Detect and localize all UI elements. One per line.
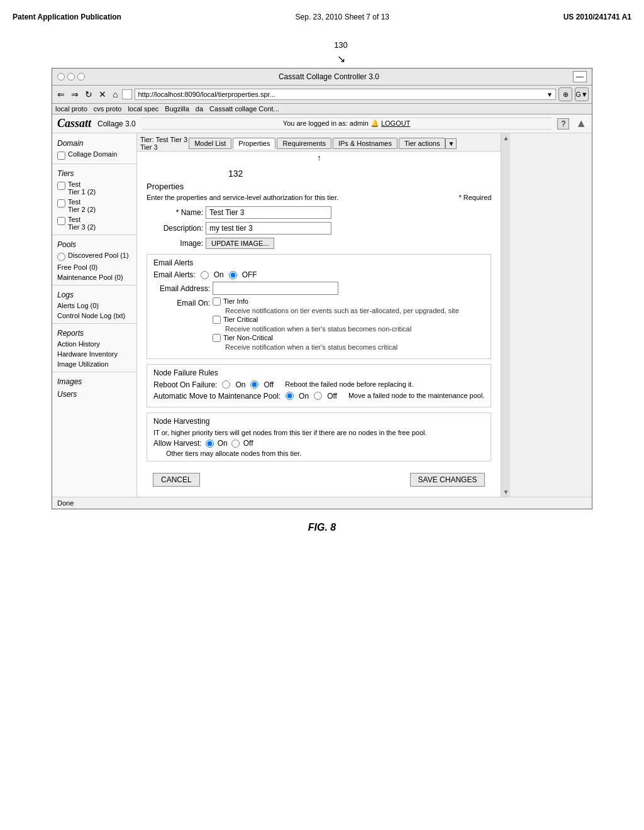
bookmark-cassatt[interactable]: Cassatt collage Cont... — [209, 105, 279, 113]
refresh-button[interactable]: ↻ — [83, 89, 94, 100]
status-text: Done — [57, 499, 74, 507]
email-off-radio[interactable] — [229, 271, 237, 279]
alerts-log-label: Alerts Log (0) — [57, 302, 99, 309]
test-tier-3-label: TestTier 3 (2) — [68, 216, 96, 231]
reboot-off-radio[interactable] — [250, 380, 258, 389]
tier-info-checkbox[interactable] — [213, 297, 221, 306]
tier-non-critical-label: Tier Non-Critical — [223, 334, 273, 341]
tier-critical-checkbox[interactable] — [213, 316, 221, 324]
test-tier-2-label: TestTier 2 (2) — [68, 198, 96, 213]
form-desc: Enter the properties and service-level a… — [147, 194, 338, 201]
sidebar-item-test-tier-2[interactable]: TestTier 2 (2) — [52, 197, 136, 214]
collage-domain-label: Collage Domain — [68, 150, 117, 158]
auto-move-off-radio[interactable] — [314, 392, 322, 400]
window-control[interactable]: — — [573, 71, 587, 82]
allow-harvest-off-radio[interactable] — [231, 440, 240, 448]
allow-harvest-on-radio[interactable] — [206, 440, 214, 448]
forward-button[interactable]: ⇒ — [69, 89, 80, 100]
tier-sublabel: Tier 3 — [140, 143, 158, 151]
auto-move-on-text: On — [299, 392, 309, 401]
update-image-button[interactable]: UPDATE IMAGE... — [206, 238, 274, 249]
scroll-down[interactable]: ▼ — [502, 489, 509, 495]
scroll-up[interactable]: ▲ — [502, 135, 509, 141]
bookmark-local-proto[interactable]: local proto — [55, 105, 87, 113]
sidebar-item-discovered-pool[interactable]: Discovered Pool (1) — [52, 250, 136, 262]
node-harvesting-section: Node Harvesting IT or, higher priority t… — [147, 412, 491, 462]
patent-center: Sep. 23, 2010 Sheet 7 of 13 — [296, 13, 389, 21]
tab-properties[interactable]: Properties — [233, 138, 275, 149]
traffic-lights — [57, 73, 85, 80]
bookmark-bugzilla[interactable]: Bugzilla — [165, 105, 189, 113]
fig-label: FIG. 8 — [13, 522, 631, 533]
tier-non-critical-option: Tier Non-Critical — [213, 334, 459, 342]
test-tier-3-checkbox[interactable] — [57, 217, 65, 225]
discovered-pool-radio[interactable] — [57, 253, 65, 261]
stop-button[interactable]: ✕ — [97, 89, 108, 100]
tab-tier-actions[interactable]: Tier actions — [399, 138, 445, 149]
app-header: Cassatt Collage 3.0 You are logged in as… — [52, 114, 592, 133]
email-on-label-text: On — [214, 270, 224, 279]
reboot-on-radio[interactable] — [222, 380, 230, 389]
traffic-light-close[interactable] — [57, 73, 65, 80]
scroll-bar[interactable]: ▲ ▼ — [501, 133, 510, 497]
sidebar-divider-3 — [52, 285, 136, 285]
email-off-label-text: OFF — [242, 270, 257, 279]
go-button[interactable]: ⊕ — [558, 87, 572, 101]
logout-link[interactable]: LOGOUT — [381, 119, 410, 127]
test-tier-1-checkbox[interactable] — [57, 182, 65, 190]
sidebar-item-action-history[interactable]: Action History — [52, 339, 136, 349]
name-input[interactable] — [206, 206, 331, 219]
auto-move-on-radio[interactable] — [286, 392, 294, 400]
traffic-light-minimize[interactable] — [67, 73, 75, 80]
tab-requirements[interactable]: Requirements — [277, 138, 331, 149]
reboot-desc: Reboot the failed node before replacing … — [285, 380, 413, 388]
email-on-radio[interactable] — [201, 271, 209, 279]
cancel-button[interactable]: CANCEL — [153, 473, 200, 487]
harvesting-subdesc: Other tiers may allocate nodes from this… — [166, 450, 484, 457]
tier-actions-dropdown[interactable]: ▼ — [445, 138, 457, 149]
app-status: You are logged in as: admin 🔔 LOGOUT — [142, 118, 552, 130]
test-tier-2-checkbox[interactable] — [57, 199, 65, 208]
sidebar-item-alerts-log[interactable]: Alerts Log (0) — [52, 301, 136, 311]
window-title: Cassatt Collage Controller 3.0 — [85, 72, 573, 81]
sidebar-item-collage-domain[interactable]: Collage Domain — [52, 149, 136, 161]
bookmark-da[interactable]: da — [196, 105, 203, 113]
url-dropdown[interactable]: ▼ — [547, 91, 553, 98]
form-area: 132 Properties Enter the properties and … — [137, 163, 501, 497]
back-button[interactable]: ⇐ — [55, 89, 67, 100]
g-button[interactable]: G▼ — [575, 87, 589, 101]
sidebar-item-test-tier-3[interactable]: TestTier 3 (2) — [52, 214, 136, 232]
desc-input[interactable] — [206, 222, 331, 235]
sidebar-item-test-tier-1[interactable]: TestTier 1 (2) — [52, 179, 136, 197]
url-bar[interactable]: http://localhost:8090/local/tierproperti… — [135, 89, 556, 100]
save-changes-button[interactable]: SAVE CHANGES — [410, 473, 486, 487]
tier-info-label: Tier: Test Tier 3 Tier 3 — [140, 136, 187, 151]
bookmark-cvs-proto[interactable]: cvs proto — [94, 105, 122, 113]
sidebar-item-free-pool[interactable]: Free Pool (0) — [52, 262, 136, 272]
email-addr-label: Email Address: — [153, 284, 210, 293]
image-row: Image: UPDATE IMAGE... — [147, 238, 491, 249]
app-logo: Cassatt — [57, 117, 91, 130]
sidebar-item-maintenance-pool[interactable]: Maintenance Pool (0) — [52, 272, 136, 282]
tab-tier-actions-group: Tier actions ▼ — [399, 138, 457, 149]
collage-domain-checkbox[interactable] — [57, 152, 65, 160]
allow-harvest-off-text: Off — [243, 439, 253, 448]
scroll-up-arrow[interactable]: ▲ — [575, 117, 587, 130]
home-button[interactable]: ⌂ — [111, 89, 119, 100]
sidebar-item-control-node-log[interactable]: Control Node Log (txt) — [52, 311, 136, 321]
email-address-input[interactable] — [213, 282, 338, 295]
help-button[interactable]: ? — [557, 118, 569, 130]
sidebar-divider-5 — [52, 372, 136, 372]
sidebar-item-hardware-inventory[interactable]: Hardware Inventory — [52, 349, 136, 359]
tab-ips-hostnames[interactable]: IPs & Hostnames — [333, 138, 397, 149]
user-icon: 🔔 — [370, 119, 381, 127]
tier-non-critical-checkbox[interactable] — [213, 334, 221, 342]
url-text: http://localhost:8090/local/tierproperti… — [138, 91, 547, 98]
control-node-log-label: Control Node Log (txt) — [57, 312, 125, 319]
sidebar-item-image-utilization[interactable]: Image Utilization — [52, 359, 136, 369]
sidebar-divider-1 — [52, 163, 136, 164]
traffic-light-maximize[interactable] — [77, 73, 85, 80]
tab-model-list[interactable]: Model List — [189, 138, 231, 149]
bookmark-local-spec[interactable]: local spec — [128, 105, 158, 113]
auto-move-label: Automatic Move to Maintenance Pool: — [153, 392, 280, 401]
